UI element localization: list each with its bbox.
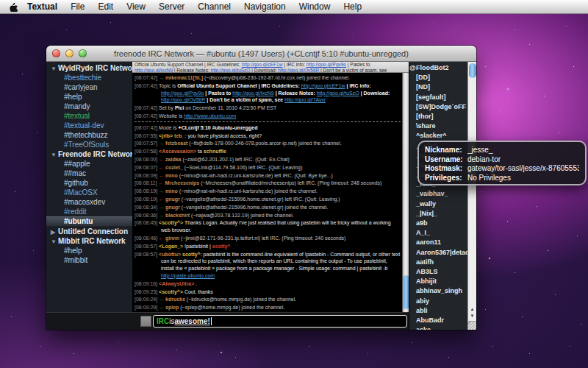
user-list-item[interactable]: acke- — [409, 325, 467, 330]
user-list-item[interactable]: [segfault] — [409, 93, 467, 102]
user-list-item[interactable]: [thor] — [409, 112, 467, 121]
menu-item-server[interactable]: Server — [152, 0, 191, 14]
network-group-freenode-irc-network[interactable]: ▼Freenode IRC Network — [46, 149, 132, 159]
text-segment: | IRC info: — [345, 83, 371, 88]
close-button[interactable] — [52, 49, 60, 57]
user-list-item[interactable]: aatifh — [409, 258, 467, 267]
user-list-item[interactable]: a9b — [409, 219, 467, 228]
sidebar-channel-ubuntu[interactable]: #ubuntu — [46, 216, 132, 227]
sidebar-channel-besttechie[interactable]: #besttechie — [46, 73, 132, 82]
link[interactable]: http://goo.gl/TAyvj — [284, 97, 325, 102]
minimize-button[interactable] — [65, 49, 74, 57]
sidebar-channel-thetechbuzz[interactable]: #thetechbuzz — [46, 130, 132, 140]
message-input[interactable]: IRC is awesome! — [153, 315, 407, 328]
sidebar-resize-handle[interactable] — [140, 316, 151, 327]
user-list-item[interactable]: [ND] — [409, 82, 467, 92]
disclosure-triangle-icon[interactable]: ▼ — [51, 237, 58, 247]
text-segment: <Logan_> — [159, 244, 184, 249]
apple-menu[interactable] — [4, 2, 21, 12]
sidebar-channel-mibbit[interactable]: #mibbit — [46, 255, 132, 265]
text-segment: ← — [159, 173, 165, 178]
sidebar-channel-github[interactable]: #github — [46, 178, 132, 188]
link[interactable]: http://goo.gl/ixcN9 — [135, 68, 173, 73]
link[interactable]: http://goo.gl/cEF1w — [301, 83, 345, 88]
user-nickname: ^slacker^ — [416, 131, 467, 141]
menu-item-window[interactable]: Window — [293, 0, 337, 14]
disclosure-triangle-icon[interactable]: ▼ — [51, 150, 58, 160]
zoom-button[interactable] — [79, 49, 87, 57]
sidebar-channel-reddit[interactable]: #reddit — [46, 207, 132, 216]
window-title: freenode IRC Network — #ubuntu (1497 Use… — [46, 49, 476, 58]
network-group-untitled-connection[interactable]: ▶Untitled Connection — [46, 227, 132, 236]
link[interactable]: http://goo.gl/tuSzO — [317, 91, 359, 96]
text-segment: fetzbeast — [165, 141, 189, 146]
text-segment: | IRC info: — [282, 62, 306, 67]
user-list-item[interactable]: Aaron5367|detach — [409, 248, 467, 258]
menu-item-navigation[interactable]: Navigation — [237, 0, 293, 14]
window-resize-grip[interactable] — [468, 321, 476, 330]
scroll-up-arrow-icon[interactable]: ▲ — [470, 307, 475, 311]
sidebar-channel-mandy[interactable]: #mandy — [46, 102, 132, 111]
user-list-item[interactable]: AbuBadr — [409, 316, 467, 325]
link[interactable]: http://goo.gl/Ov56R — [278, 68, 319, 73]
user-list-item[interactable]: [DD] — [409, 73, 467, 82]
user-list-item[interactable]: abhinav_singh — [409, 286, 467, 296]
sidebar-channel-mac[interactable]: ##mac — [46, 169, 132, 178]
sidebar-channel-help[interactable]: #help — [46, 92, 132, 102]
user-list-item[interactable]: @FloodBot2 — [409, 63, 467, 73]
sidebar-channel-TreeOfSouls[interactable]: #TreeOfSouls — [46, 140, 132, 149]
link[interactable]: http://paste.ubuntu.com — [161, 273, 215, 278]
user-list-item[interactable]: A_I_ — [409, 228, 467, 238]
sidebar-channel-textual-dev[interactable]: #textual-dev — [46, 121, 132, 130]
user-list-scrollbar-thumb[interactable] — [469, 63, 476, 78]
sidebar-channel-carlyjean[interactable]: #carlyjean — [46, 82, 132, 92]
sidebar-channel-textual[interactable]: #textual — [46, 111, 132, 121]
link[interactable]: http://goo.gl/Pgv9o — [161, 91, 204, 96]
text-segment: : you have physical access, right? — [185, 133, 262, 138]
user-list-item[interactable]: _vaibhav_ — [409, 189, 467, 199]
window-titlebar[interactable]: freenode IRC Network — #ubuntu (1497 Use… — [46, 46, 476, 62]
link[interactable]: http://goo.gl/IxcN9 — [232, 91, 273, 96]
menu-item-help[interactable]: Help — [337, 0, 368, 14]
user-list-item[interactable]: aaron11 — [409, 238, 467, 247]
menu-item-file[interactable]: File — [64, 0, 91, 14]
link[interactable]: http://goo.gl/Pgv9o — [306, 62, 346, 67]
network-group-mibbit-irc-network[interactable]: ▼Mibbit IRC Network — [46, 236, 132, 246]
user-list-item[interactable]: [SW]Dodge`oFF — [409, 102, 467, 112]
menu-item-textual[interactable]: Textual — [21, 0, 64, 14]
user-list-item[interactable]: _wally — [409, 199, 467, 209]
user-list-item[interactable]: abli — [409, 306, 467, 316]
user-mode-badge — [409, 170, 416, 180]
text-segment: | Release Notes: — [173, 68, 211, 73]
disclosure-triangle-icon[interactable]: ▼ — [51, 64, 58, 74]
network-group-wyldryde-irc-network[interactable]: ▼WyldRyde IRC Network — [46, 63, 132, 73]
user-list: @FloodBot2[DD][ND][segfault][SW]Dodge`oF… — [409, 62, 467, 330]
user-list-item[interactable]: _|Nix|_ — [409, 209, 467, 219]
sidebar-channel-apple[interactable]: ##apple — [46, 159, 132, 169]
link[interactable]: http://goo.gl/tuSzO — [211, 68, 251, 73]
user-list-item[interactable]: AB3LS — [409, 267, 467, 277]
chat-message: [08:09:29] → splep (~splep@home.mmpg.de)… — [135, 304, 401, 311]
menu-item-edit[interactable]: Edit — [91, 0, 120, 14]
user-list-item[interactable]: \share — [409, 121, 467, 131]
sidebar-channel-MacOSX[interactable]: #MacOSX — [46, 188, 132, 197]
text-segment: +CLcntjf 5:10 #ubuntu-unregged — [179, 125, 258, 130]
chat-scrollbar[interactable] — [402, 73, 409, 312]
menu-item-channel[interactable]: Channel — [191, 0, 237, 14]
menu-item-view[interactable]: View — [120, 0, 152, 14]
link[interactable]: http://www.ubuntu.com — [184, 113, 236, 118]
user-list-item[interactable]: Abhijit — [409, 277, 467, 286]
text-segment: ginnn — [165, 236, 181, 241]
link[interactable]: http://goo.gl/Ov56R — [161, 97, 205, 102]
scroll-down-arrow-icon[interactable]: ▼ — [470, 314, 475, 318]
user-list-item[interactable]: abiy — [409, 297, 467, 306]
tooltip-label: Privileges: — [425, 174, 467, 183]
link[interactable]: http://goo.gl/cEF1w — [242, 62, 283, 67]
sidebar-channel-help[interactable]: #help — [46, 246, 132, 255]
text-segment: <scotty^> — [159, 289, 184, 294]
user-list-item[interactable]: ^slacker^ — [409, 131, 467, 141]
sidebar-channel-macosxdev[interactable]: #macosxdev — [46, 197, 132, 207]
chat-scrollbar-thumb[interactable] — [404, 275, 409, 309]
user-list-scrollbar[interactable]: ▲ ▼ — [467, 62, 476, 330]
timestamp: [08:09:16] — [135, 281, 159, 286]
